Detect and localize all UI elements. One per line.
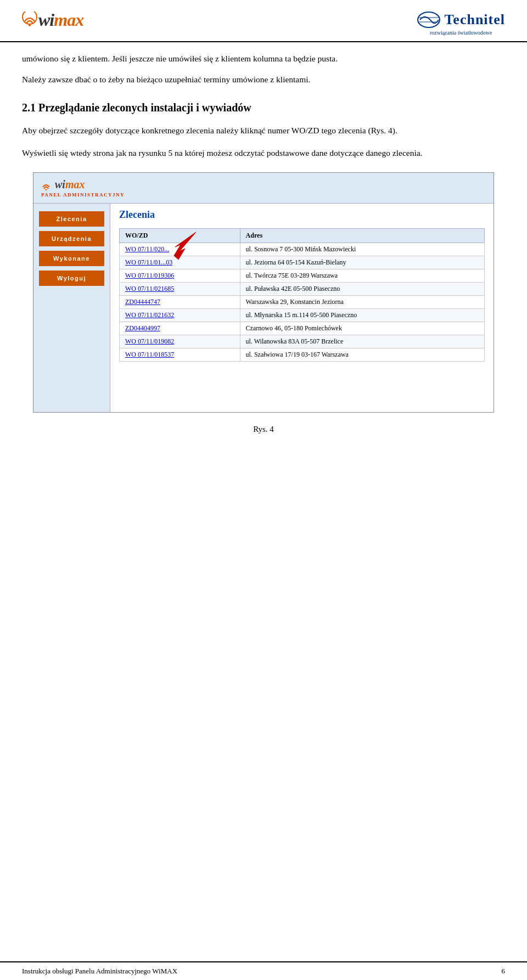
- table-row: ZD04444747 Warszawska 29, Konstancin Jez…: [120, 295, 485, 308]
- svg-point-1: [29, 24, 31, 26]
- body-text-1: Aby obejrzeć szczegóły dotyczące konkret…: [22, 124, 505, 138]
- section-heading: 2.1 Przeglądanie zleconych instalacji i …: [22, 102, 505, 114]
- wo-link[interactable]: WO 07/11/019306: [125, 272, 174, 279]
- table-row: WO 07/11/019306 ul. Twórcza 75E 03-289 W…: [120, 269, 485, 282]
- app-logo-brand: wimax: [41, 178, 85, 191]
- wo-cell: WO 07/11/020...: [120, 243, 240, 256]
- brand-wi: wi: [38, 10, 54, 30]
- table-row: WO 07/11/021632 ul. Młynarska 15 m.114 0…: [120, 308, 485, 322]
- wo-link[interactable]: WO 07/11/021685: [125, 285, 174, 292]
- app-wifi-icon: [41, 181, 51, 190]
- figure-caption: Rys. 4: [22, 425, 505, 434]
- footer-page: 6: [502, 967, 506, 976]
- panel-label: PANEL ADMINISTRACYJNY: [41, 192, 125, 198]
- wo-link[interactable]: WO 07/11/020...: [125, 245, 169, 253]
- table-row: WO 07/11/018537 ul. Szałwiowa 17/19 03-1…: [120, 348, 485, 361]
- brand-max: max: [54, 10, 83, 30]
- wimax-logo-text: wimax: [22, 10, 83, 30]
- wo-link[interactable]: WO 07/11/01...03: [125, 258, 172, 266]
- main-content: umówiono się z klientem. Jeśli jeszcze n…: [0, 52, 527, 434]
- wo-cell: WO 07/11/019082: [120, 335, 240, 348]
- wo-cell: ZD04444747: [120, 295, 240, 308]
- adres-cell: Czarnowo 46, 05-180 Pomiechówek: [240, 322, 484, 335]
- wo-link[interactable]: WO 07/11/018537: [125, 351, 174, 358]
- wo-cell: WO 07/11/019306: [120, 269, 240, 282]
- adres-cell: ul. Jeziorna 64 05-154 Kazuń-Bielany: [240, 256, 484, 269]
- orders-table: WO/ZD Adres WO 07/11/020... ul. Sosnowa …: [119, 228, 485, 362]
- adres-cell: ul. Puławska 42E 05-500 Piaseczno: [240, 282, 484, 295]
- technitel-icon-row: Technitel: [417, 10, 505, 30]
- wo-cell: WO 07/11/01...03: [120, 256, 240, 269]
- app-logo-area: wimax PANEL ADMINISTRACYJNY: [41, 178, 125, 198]
- adres-cell: ul. Sosnowa 7 05-300 Mińsk Mazowiecki: [240, 243, 484, 256]
- technitel-fiber-icon: [417, 10, 441, 30]
- adres-cell: ul. Szałwiowa 17/19 03-167 Warszawa: [240, 348, 484, 361]
- wo-link[interactable]: WO 07/11/021632: [125, 311, 174, 319]
- adres-cell: Warszawska 29, Konstancin Jeziorna: [240, 295, 484, 308]
- app-brand-max: max: [65, 178, 85, 190]
- sidebar-btn-wyloguj[interactable]: Wyloguj: [39, 271, 104, 286]
- table-row: WO 07/11/021685 ul. Puławska 42E 05-500 …: [120, 282, 485, 295]
- col-header-wo: WO/ZD: [120, 228, 240, 243]
- wifi-signal-icon: [22, 12, 37, 27]
- app-main-area: Zlecenia Urządzenia Wykonane Wyloguj Zle…: [33, 204, 494, 412]
- table-row: ZD04404997 Czarnowo 46, 05-180 Pomiechów…: [120, 322, 485, 335]
- app-brand-wi: wi: [55, 178, 65, 190]
- table-row: WO 07/11/01...03 ul. Jeziorna 64 05-154 …: [120, 256, 485, 269]
- adres-cell: ul. Młynarska 15 m.114 05-500 Piaseczno: [240, 308, 484, 322]
- table-row: WO 07/11/019082 ul. Wilanowska 83A 05-50…: [120, 335, 485, 348]
- sidebar-btn-wykonane[interactable]: Wykonane: [39, 251, 104, 266]
- wo-cell: ZD04404997: [120, 322, 240, 335]
- paragraph-1: umówiono się z klientem. Jeśli jeszcze n…: [22, 52, 505, 65]
- sidebar-btn-zlecenia[interactable]: Zlecenia: [39, 211, 104, 227]
- app-content-area: Zlecenia WO/ZD Adres: [110, 204, 494, 412]
- table-row: WO 07/11/020... ul. Sosnowa 7 05-300 Miń…: [120, 243, 485, 256]
- svg-point-2: [418, 12, 440, 27]
- sidebar-btn-urzadzenia[interactable]: Urządzenia: [39, 231, 104, 246]
- wo-link[interactable]: ZD04404997: [125, 324, 160, 332]
- wo-cell: WO 07/11/021632: [120, 308, 240, 322]
- wo-cell: WO 07/11/018537: [120, 348, 240, 361]
- page-footer: Instrukcja obsługi Panelu Administracyjn…: [0, 961, 527, 980]
- arrow-container: WO/ZD Adres WO 07/11/020... ul. Sosnowa …: [119, 228, 485, 362]
- wo-cell: WO 07/11/021685: [120, 282, 240, 295]
- technitel-name: Technitel: [444, 12, 505, 28]
- wo-link[interactable]: ZD04444747: [125, 298, 160, 306]
- paragraph-2: Należy zawsze dbać o to żeby na bieżąco …: [22, 73, 505, 86]
- adres-cell: ul. Wilanowska 83A 05-507 Brzelice: [240, 335, 484, 348]
- body-text-2: Wyświetli się wtedy strona jak na rysunk…: [22, 147, 505, 160]
- app-header: wimax PANEL ADMINISTRACYJNY: [33, 173, 494, 204]
- page-header: wimax Technitel rozwiązania światłowodow…: [0, 0, 527, 42]
- svg-point-3: [46, 189, 47, 191]
- footer-left: Instrukcja obsługi Panelu Administracyjn…: [22, 967, 177, 976]
- col-header-adres: Adres: [240, 228, 484, 243]
- wo-link[interactable]: WO 07/11/019082: [125, 337, 174, 345]
- technitel-logo: Technitel rozwiązania światłowodowe: [417, 10, 505, 36]
- adres-cell: ul. Twórcza 75E 03-289 Warszawa: [240, 269, 484, 282]
- wimax-logo: wimax: [22, 10, 83, 30]
- app-screenshot: wimax PANEL ADMINISTRACYJNY Zlecenia Urz…: [33, 172, 494, 413]
- technitel-subtitle: rozwiązania światłowodowe: [430, 30, 492, 36]
- app-sidebar: Zlecenia Urządzenia Wykonane Wyloguj: [33, 204, 110, 412]
- app-page-title: Zlecenia: [119, 209, 485, 221]
